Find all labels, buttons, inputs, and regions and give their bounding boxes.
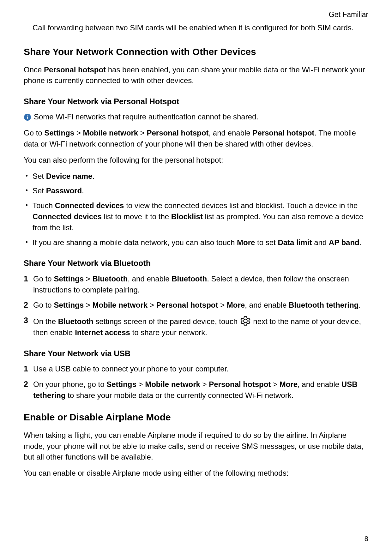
list-item: Touch Connected devices to view the conn… <box>24 200 368 233</box>
share-network-heading: Share Your Network Connection with Other… <box>24 45 368 59</box>
connected-devices-label: Connected devices <box>55 201 124 210</box>
text: settings screen of the paired device, to… <box>93 317 240 326</box>
text: > <box>200 380 209 388</box>
mobile-network-label: Mobile network <box>83 129 138 137</box>
text: Set <box>33 186 46 195</box>
info-note-text: Some Wi-Fi networks that require authent… <box>34 111 258 123</box>
list-item: Use a USB cable to connect your phone to… <box>24 364 368 375</box>
share-via-hotspot-heading: Share Your Network via Personal Hotspot <box>24 96 368 107</box>
mobile-network-label: Mobile network <box>145 380 200 388</box>
bluetooth-label: Bluetooth <box>92 274 128 283</box>
more-label: More <box>237 238 255 247</box>
text: Touch <box>33 201 55 210</box>
text: . <box>82 186 84 195</box>
share-via-usb-heading: Share Your Network via USB <box>24 348 368 359</box>
more-label: More <box>227 301 245 309</box>
personal-hotspot-label: Personal hotspot <box>156 301 218 309</box>
hotspot-path-paragraph: Go to Settings > Mobile network > Person… <box>24 128 368 150</box>
list-item: Set Device name. <box>24 171 368 182</box>
text: If you are sharing a mobile data network… <box>33 238 237 247</box>
text: Go to <box>24 129 44 137</box>
bluetooth-tethering-label: Bluetooth tethering <box>289 301 359 309</box>
text: Use a USB cable to connect your phone to… <box>33 364 229 373</box>
list-item: If you are sharing a mobile data network… <box>24 237 368 248</box>
list-item: Go to Settings > Mobile network > Person… <box>24 300 368 311</box>
text: , and enable <box>128 274 172 283</box>
text: . <box>359 238 362 247</box>
blocklist-label: Blocklist <box>171 212 203 221</box>
airplane-mode-intro: When taking a flight, you can enable Air… <box>24 430 368 463</box>
text: > <box>218 301 227 309</box>
internet-access-label: Internet access <box>75 328 130 337</box>
list-item: On the Bluetooth settings screen of the … <box>24 315 368 338</box>
airplane-mode-methods-intro: You can enable or disable Airplane mode … <box>24 468 368 479</box>
list-item: Set Password. <box>24 185 368 196</box>
text: > <box>84 274 92 283</box>
info-icon: i <box>24 113 31 121</box>
bluetooth-label: Bluetooth <box>172 274 207 283</box>
header-section-label: Get Familiar <box>24 9 368 20</box>
text: On your phone, go to <box>33 380 106 388</box>
text: Go to <box>33 274 54 283</box>
text: , and enable <box>209 129 253 137</box>
bluetooth-label: Bluetooth <box>58 317 93 326</box>
device-name-label: Device name <box>46 172 93 180</box>
text: to view the connected devices list and b… <box>124 201 358 210</box>
text: > <box>136 380 145 388</box>
text: > <box>148 301 156 309</box>
airplane-mode-heading: Enable or Disable Airplane Mode <box>24 410 368 424</box>
page-number: 8 <box>365 534 368 544</box>
list-item: On your phone, go to Settings > Mobile n… <box>24 379 368 401</box>
text: and <box>312 238 329 247</box>
text: Go to <box>33 301 54 309</box>
text: > <box>84 301 92 309</box>
bluetooth-steps: Go to Settings > Bluetooth, and enable B… <box>24 274 368 338</box>
gear-icon <box>240 315 251 327</box>
share-network-intro: Once Personal hotspot has been enabled, … <box>24 64 368 87</box>
usb-steps: Use a USB cable to connect your phone to… <box>24 364 368 401</box>
svg-text:i: i <box>27 114 28 120</box>
text: > <box>271 380 279 388</box>
hotspot-bullet-list: Set Device name. Set Password. Touch Con… <box>24 171 368 248</box>
text: list to move it to the <box>102 212 171 221</box>
list-item: Go to Settings > Bluetooth, and enable B… <box>24 274 368 296</box>
text: On the <box>33 317 58 326</box>
settings-label: Settings <box>54 301 84 309</box>
text: > <box>74 129 83 137</box>
connected-devices-label: Connected devices <box>33 212 102 221</box>
data-limit-label: Data limit <box>278 238 312 247</box>
text: Set <box>33 172 46 180</box>
ap-band-label: AP band <box>329 238 359 247</box>
text: . <box>359 301 361 309</box>
intro-continuation-text: Call forwarding between two SIM cards wi… <box>33 22 368 33</box>
password-label: Password <box>46 186 82 195</box>
text: to share your network. <box>130 328 207 337</box>
text: to share your mobile data or the current… <box>66 391 294 400</box>
mobile-network-label: Mobile network <box>92 301 148 309</box>
text: to set <box>255 238 278 247</box>
text: Once <box>24 65 44 74</box>
more-label: More <box>280 380 298 388</box>
share-via-bluetooth-heading: Share Your Network via Bluetooth <box>24 257 368 269</box>
personal-hotspot-label: Personal hotspot <box>44 65 106 74</box>
personal-hotspot-label: Personal hotspot <box>209 380 271 388</box>
text: , and enable <box>298 380 341 388</box>
settings-label: Settings <box>54 274 84 283</box>
text: . <box>92 172 94 180</box>
info-note-row: i Some Wi-Fi networks that require authe… <box>24 111 368 123</box>
personal-hotspot-label: Personal hotspot <box>147 129 208 137</box>
settings-label: Settings <box>106 380 136 388</box>
hotspot-followup-text: You can also perform the following for t… <box>24 155 368 166</box>
text: > <box>138 129 147 137</box>
settings-label: Settings <box>44 129 74 137</box>
personal-hotspot-label: Personal hotspot <box>252 129 314 137</box>
text: , and enable <box>245 301 289 309</box>
